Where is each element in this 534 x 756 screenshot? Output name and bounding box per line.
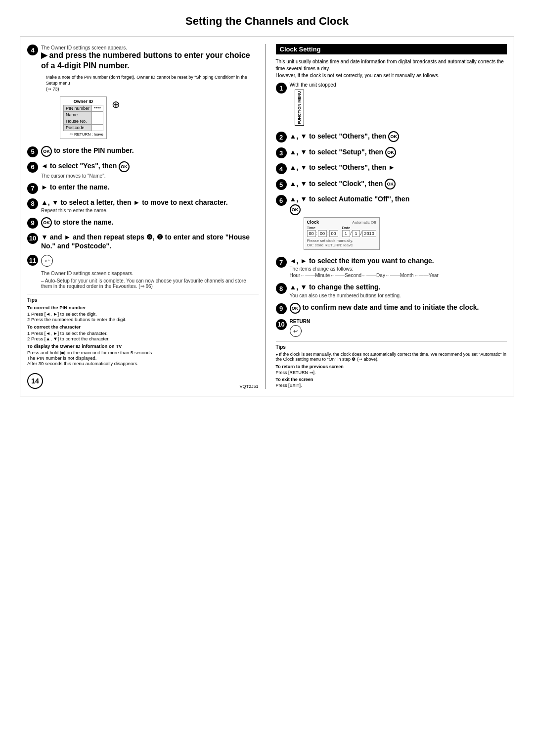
ok-button-r2: OK (388, 131, 399, 142)
right-step-num-10: 10 (276, 319, 287, 330)
left-step-8: 8 ▲, ▼ to select a letter, then ► to mov… (27, 198, 259, 213)
step4-heading: ▶ and press the numbered buttons to ente… (41, 50, 259, 71)
step7-text: ► to enter the name. (41, 183, 109, 191)
ok-button-r5: OK (385, 179, 396, 189)
tips-title: Tips (27, 297, 259, 303)
return-button-11: ↩ (41, 254, 259, 267)
step10-text: ▼ and ► and then repeat steps ❽, ❾ to en… (41, 233, 259, 250)
right-step1-content: With the unit stopped FUNCTION MENU (290, 82, 507, 127)
left-step-7: 7 ► to enter the name. (27, 183, 259, 194)
step6-sub: The cursor moves to "Name". (41, 173, 259, 179)
right-step3-content: ▲, ▼ to select "Setup", then OK (290, 147, 507, 158)
step7-text: ◄, ► to select the item you want to chan… (290, 256, 507, 265)
date-label: Date (342, 226, 376, 230)
ok-button-9: OK (41, 217, 52, 228)
right-step-num-1: 1 (276, 83, 287, 94)
ok-button-r6: OK (290, 204, 301, 215)
model-code: VQT2J51 (239, 384, 258, 389)
correct-pin-title: To correct the PIN number (27, 305, 259, 310)
correct-char-1: 1 Press [◄, ►] to select the character. (27, 331, 259, 336)
clock-title: Clock (307, 220, 319, 225)
correct-char-title: To correct the character (27, 324, 259, 330)
right-step-num-8: 8 (276, 283, 287, 294)
step4-sub: The Owner ID settings screen appears. (41, 45, 259, 50)
ok-button-5: OK (41, 146, 52, 157)
right-step9-content: OK to confirm new date and time and to i… (290, 303, 507, 314)
step11-sub2: – Auto-Setup for your unit is complete. … (41, 278, 259, 289)
step-num-10: 10 (27, 233, 38, 244)
step9-content: OK to store the name. (41, 217, 259, 228)
step-num-8: 8 (27, 198, 38, 209)
right-tip-1: If the clock is set manually, the clock … (276, 352, 507, 362)
clock-auto-off: Automatic Off (352, 220, 376, 225)
page-title: Setting the Channels and Clock (20, 15, 514, 28)
step6-text: ▲, ▼ to select Automatic "Off", then (290, 194, 507, 203)
owner-id-title: Owner ID (63, 99, 103, 104)
clock-intro: This unit usually obtains time and date … (276, 58, 507, 79)
step7-sub: The items change as follows: (290, 266, 507, 272)
correct-pin-1: 1 Press [◄, ►] to select the digit. (27, 311, 259, 317)
step5-content: OK to store the PIN number. (41, 146, 259, 157)
step10-return-label: RETURN (290, 319, 507, 324)
step2-text: ▲, ▼ to select "Others", then OK (290, 132, 400, 140)
step5-text: ▲, ▼ to select "Clock", then OK (290, 180, 396, 188)
right-step-9: 9 OK to confirm new date and time and to… (276, 303, 507, 314)
step-num-4: 4 (27, 45, 38, 55)
step9-text: OK to store the name. (41, 218, 113, 226)
clock-setting-header: Clock Setting (276, 44, 507, 54)
left-step-9: 9 OK to store the name. (27, 217, 259, 229)
day-field: 1 (342, 230, 350, 237)
right-step-8: 8 ▲, ▼ to change the setting. You can al… (276, 283, 507, 298)
display-1: Press and hold [■] on the main unit for … (27, 350, 259, 355)
function-menu-area: FUNCTION MENU (295, 90, 507, 127)
left-column: 4 The Owner ID settings screen appears. … (27, 44, 266, 389)
clock-screen: Clock Automatic Off Time 00 : 00 : 00 (304, 217, 380, 250)
ok-button-r3: OK (385, 147, 396, 158)
step11-sub1: The Owner ID settings screen disappears. (41, 271, 259, 276)
right-column: Clock Setting This unit usually obtains … (274, 44, 507, 389)
pin-label: PIN number (64, 105, 92, 111)
dial-icon: ⊕ (112, 98, 120, 110)
ok-button-6: OK (119, 161, 130, 172)
function-menu-icon: FUNCTION MENU (295, 90, 304, 126)
step4-text: ▲, ▼ to select "Others", then ► (290, 163, 396, 171)
right-step4-content: ▲, ▼ to select "Others", then ► (290, 163, 507, 172)
step8-sub: You can also use the numbered buttons fo… (290, 293, 507, 298)
house-label: House No. (64, 118, 92, 124)
time-label: Time (307, 226, 338, 230)
step11-content: ↩ (41, 254, 259, 267)
right-tips-title: Tips (276, 344, 507, 350)
step1-text: With the unit stopped (290, 82, 507, 88)
right-step-3: 3 ▲, ▼ to select "Setup", then OK (276, 147, 507, 158)
step10-content: ▼ and ► and then repeat steps ❽, ❾ to en… (41, 233, 259, 250)
step3-text: ▲, ▼ to select "Setup", then OK (290, 148, 396, 156)
step8-text: ▲, ▼ to change the setting. (290, 283, 507, 291)
right-step-2: 2 ▲, ▼ to select "Others", then OK (276, 131, 507, 142)
left-step-6: 6 ◄ to select "Yes", then OK The cursor … (27, 161, 259, 179)
return-icon-11: ↩ (41, 255, 53, 267)
right-step6-content: ▲, ▼ to select Automatic "Off", then OK … (290, 194, 507, 252)
postcode-label: Postcode (64, 124, 92, 131)
right-step-num-4: 4 (276, 163, 287, 174)
clock-ok-text: OK: store RETURN: leave (307, 243, 376, 247)
step7-sub2: Hour←——Minute←——Second←——Day←——Month←——Y… (290, 273, 507, 278)
return-leave: ⇦ RETURN : leave (63, 132, 103, 137)
right-step-7: 7 ◄, ► to select the item you want to ch… (276, 256, 507, 278)
right-step10-content: RETURN ↩ (290, 319, 507, 337)
step8-sub: Repeat this to enter the name. (41, 208, 259, 213)
exit-screen-text: Press [EXIT]. (276, 383, 507, 388)
clock-time-section: Time 00 : 00 : 00 (307, 226, 338, 237)
display-3: After 30 seconds this menu automatically… (27, 361, 259, 366)
step6-content: ◄ to select "Yes", then OK The cursor mo… (41, 161, 259, 179)
page-number: 14 (27, 373, 43, 389)
clock-note: Please set clock manually. (307, 238, 376, 243)
step6-ok-area: OK (290, 204, 507, 215)
left-step-10: 10 ▼ and ► and then repeat steps ❽, ❾ to… (27, 233, 259, 250)
return-icon-r10: ↩ (290, 325, 302, 337)
right-step7-content: ◄, ► to select the item you want to chan… (290, 256, 507, 278)
step8-content: ▲, ▼ to select a letter, then ► to move … (41, 198, 259, 213)
left-tips: Tips To correct the PIN number 1 Press [… (27, 294, 259, 366)
left-step-4: 4 The Owner ID settings screen appears. … (27, 44, 259, 142)
right-step-num-3: 3 (276, 147, 287, 158)
month-field: 1 (352, 230, 360, 237)
